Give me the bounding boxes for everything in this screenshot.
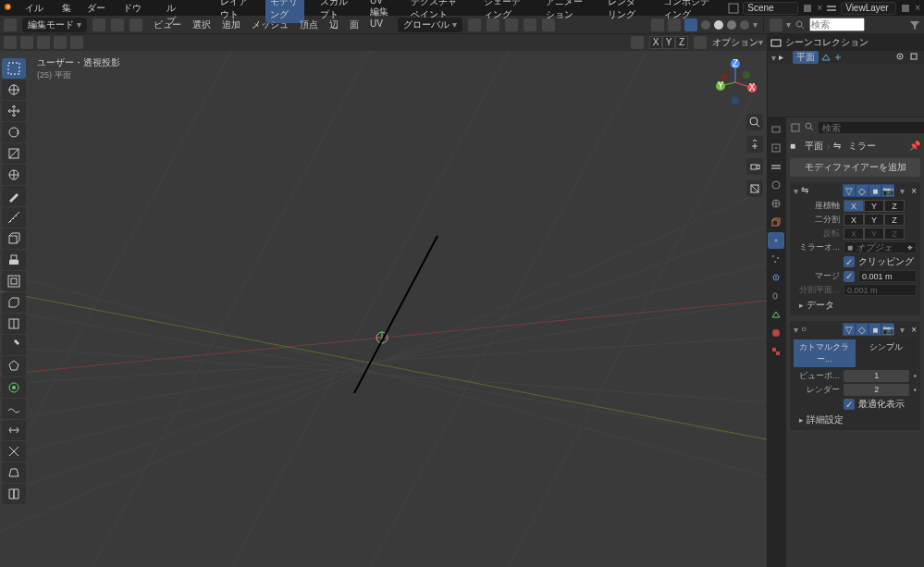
tab-scene[interactable] [768,177,784,193]
menu-vertex[interactable]: 頂点 [300,18,318,31]
editor-type-icon[interactable] [4,18,17,31]
snap-icon[interactable] [487,18,499,31]
transform-orientation[interactable]: グローバル▾ [398,18,462,32]
face-select-icon[interactable] [129,18,142,31]
transform-tool[interactable] [2,165,26,185]
optimal-display-checkbox[interactable]: ✓ [844,399,855,410]
tab-particles[interactable] [768,251,784,267]
annotate-tool[interactable] [2,186,26,206]
scene-field[interactable] [743,2,798,15]
flip-y[interactable]: Y [864,228,884,240]
props-options-icon[interactable] [790,122,801,133]
realtime-display[interactable]: 📷 [881,184,894,197]
3d-viewport[interactable]: ユーザー・透視投影 (25) 平面 Z X Y [0,51,767,567]
flip-z[interactable]: Z [884,228,905,240]
browse-viewlayer-icon[interactable] [900,3,911,14]
tab-constraints[interactable] [768,288,784,304]
tab-physics[interactable] [768,269,784,286]
axis-z[interactable]: Z [675,36,688,49]
mesh-auto-icon[interactable] [651,18,664,31]
nav-gizmo[interactable]: Z X Y [711,58,759,106]
polybuild-tool[interactable] [2,356,26,376]
pivot-icon[interactable] [468,18,481,31]
realtime-display[interactable]: 📷 [881,323,894,336]
select-intersect-icon[interactable] [70,36,83,49]
shear-tool[interactable] [2,462,26,483]
tab-output[interactable] [768,140,784,156]
edge-select-icon[interactable] [111,18,124,31]
axis-x[interactable]: X [649,36,662,49]
tab-data[interactable] [768,306,784,323]
menu-mesh[interactable]: メッシュ [252,18,289,31]
shading-rendered-icon[interactable] [740,20,749,30]
camera-icon[interactable] [746,158,763,175]
simple-button[interactable]: シンプル [856,339,918,367]
edit-mode-toggle[interactable]: ▽ [843,184,856,197]
expand-icon[interactable]: ▾ [794,325,798,335]
add-modifier-button[interactable]: モディファイアーを追加 [790,158,920,177]
menu-uv[interactable]: UV [370,18,383,31]
render-levels[interactable]: 2 [844,384,909,396]
snap-target-icon[interactable] [505,18,518,31]
smooth-tool[interactable] [2,399,26,419]
catmull-clark-button[interactable]: カトマルクラー... [794,339,856,367]
knife-tool[interactable] [2,335,26,355]
flip-x[interactable]: X [844,228,864,240]
mirror-axis-z[interactable]: Z [884,200,905,212]
tab-rendering[interactable]: レンダリング [603,0,647,23]
move-tool[interactable] [2,101,26,121]
cage-toggle[interactable]: ◇ [856,184,869,197]
delete-modifier[interactable]: × [911,186,917,196]
tab-viewlayer[interactable] [768,158,784,175]
shading-material-icon[interactable] [727,20,736,30]
loopcut-tool[interactable] [2,314,26,334]
props-search[interactable] [818,121,924,134]
extrude-tool[interactable] [2,250,26,270]
mirror-axis-x[interactable]: X [844,200,864,212]
advanced-expander[interactable]: ▸ 詳細設定 [790,412,920,428]
select-invert-icon[interactable] [37,36,50,49]
collection-name[interactable]: シーンコレクション [785,36,869,49]
clipping-checkbox[interactable]: ✓ [844,256,855,267]
shrink-tool[interactable] [2,441,26,462]
expand-icon[interactable]: ▾ [794,186,798,196]
mirror-object-field[interactable]: ■ オブジェ⌖ [844,241,917,253]
bisect-y[interactable]: Y [864,214,884,226]
overlay-toggle-icon[interactable] [668,18,681,31]
disable-icon[interactable] [909,52,920,63]
close-scene-icon[interactable]: × [817,3,822,13]
zoom-icon[interactable] [746,114,763,130]
menu-view[interactable]: ビュー [154,18,181,31]
delete-modifier[interactable]: × [911,325,917,335]
menu-edge[interactable]: 辺 [329,18,339,31]
measure-tool[interactable] [2,207,26,228]
perspective-icon[interactable] [746,180,763,197]
proportional-icon[interactable] [524,18,536,31]
outliner-editor-icon[interactable] [770,18,782,31]
mesh-options-icon[interactable] [694,36,707,49]
close-viewlayer-icon[interactable]: × [915,3,920,13]
tab-modifiers[interactable] [768,232,784,249]
viewlayer-field[interactable] [841,2,896,15]
editmode-display[interactable]: ■ [869,323,881,336]
bisect-distance[interactable]: 0.001 m [844,284,917,296]
menu-select[interactable]: 選択 [192,18,211,31]
outliner-search[interactable] [809,18,865,31]
select-extend-icon[interactable] [54,36,67,49]
bisect-z[interactable]: Z [884,214,905,226]
cursor-tool[interactable] [2,80,26,100]
filter-icon[interactable] [909,19,920,31]
axis-y[interactable]: Y [662,36,675,49]
menu-add[interactable]: 追加 [222,18,240,31]
select-none-icon[interactable] [20,36,33,49]
merge-checkbox[interactable]: ✓ [844,271,855,282]
vertex-select-icon[interactable] [92,18,105,31]
editmode-display[interactable]: ■ [869,184,881,197]
shading-solid-icon[interactable] [714,20,723,30]
retopo-icon[interactable] [631,36,644,49]
bisect-x[interactable]: X [844,214,864,226]
outliner-object[interactable]: 平面 [793,51,819,64]
mirror-axis-y[interactable]: Y [864,200,884,212]
options-dropdown[interactable]: オプション▾ [712,36,763,49]
bevel-tool[interactable] [2,292,26,313]
